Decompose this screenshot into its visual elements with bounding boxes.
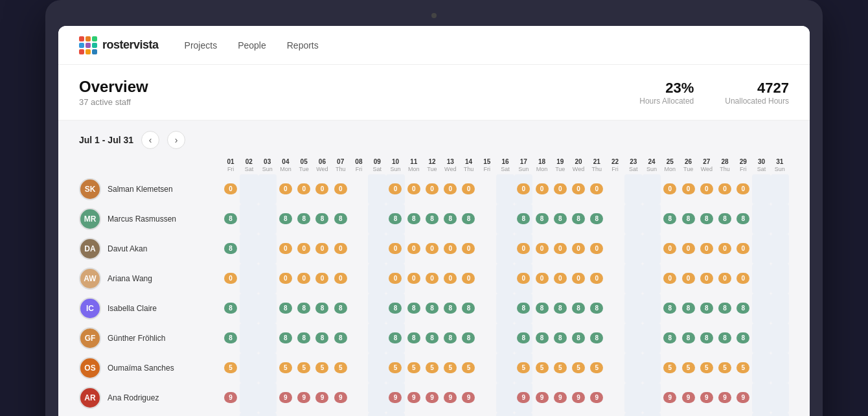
header-day-cell: 27 Wed [698, 157, 716, 174]
day-cell [643, 353, 661, 383]
person-name: Salman Klemetsen [108, 185, 173, 194]
day-cell: 0 [423, 234, 441, 264]
hour-badge: 8 [224, 213, 237, 224]
day-name: Tue [295, 166, 313, 173]
day-cell [258, 294, 277, 323]
day-cell: 0 [313, 264, 331, 294]
hour-badge: 8 [663, 332, 676, 343]
hour-badge: 5 [700, 362, 713, 373]
day-cell [624, 294, 643, 323]
day-cell: 0 [313, 174, 331, 204]
hour-badge: 8 [572, 332, 585, 343]
day-name: Thu [716, 166, 734, 173]
nav-projects[interactable]: Projects [185, 38, 218, 53]
avatar: OS [79, 357, 101, 379]
day-cell: 8 [716, 413, 734, 416]
hour-badge: 0 [334, 273, 347, 284]
day-cell: 0 [313, 234, 331, 264]
day-cell [752, 264, 770, 294]
day-cell: 5 [313, 353, 331, 383]
day-cell: 0 [423, 174, 441, 204]
day-cell: 8 [459, 204, 477, 234]
day-cell [752, 353, 770, 383]
day-cell: 0 [332, 264, 350, 294]
day-cell: 5 [532, 353, 551, 383]
header-day-cell: 23 Sat [624, 157, 643, 174]
hour-badge: 5 [224, 362, 237, 373]
day-cell: 8 [423, 294, 441, 323]
next-arrow[interactable]: › [167, 131, 185, 149]
day-cell [258, 413, 277, 416]
day-cell [368, 294, 386, 323]
day-cell: 0 [698, 234, 716, 264]
day-cell [350, 413, 368, 416]
hour-badge: 9 [297, 392, 310, 403]
person-name: Günther Fröhlich [108, 334, 165, 343]
hour-badge: 0 [572, 243, 585, 254]
day-cell: 9 [716, 383, 734, 413]
day-cell [643, 383, 661, 413]
brand-dot [79, 36, 84, 41]
person-name: Davut Akan [108, 244, 147, 253]
hour-badge: 8 [663, 213, 676, 224]
day-cell [496, 294, 514, 323]
avatar: IC [79, 297, 101, 319]
day-num: 15 [478, 158, 496, 166]
hour-badge: 5 [315, 362, 328, 373]
nav-people[interactable]: People [238, 38, 266, 53]
brand: rostervista [79, 36, 159, 54]
hour-badge: 8 [700, 332, 713, 343]
day-cell: 0 [459, 234, 477, 264]
hour-badge: 8 [737, 332, 749, 343]
day-cell [752, 383, 770, 413]
day-cell: 8 [332, 294, 350, 323]
day-cell [350, 174, 368, 204]
stat-label-1: Unallocated Hours [725, 97, 789, 106]
hour-badge: 8 [315, 332, 328, 343]
prev-arrow[interactable]: ‹ [141, 131, 159, 149]
day-cell: 0 [459, 174, 477, 204]
day-cell: 8 [716, 323, 734, 353]
hour-badge: 0 [279, 183, 292, 194]
day-cell: 8 [734, 413, 752, 416]
day-cell [496, 264, 514, 294]
nav-reports[interactable]: Reports [287, 38, 319, 53]
day-cell: 8 [441, 204, 459, 234]
day-cell [752, 234, 770, 264]
day-cell [606, 234, 624, 264]
day-cell: 8 [277, 323, 295, 353]
day-cell [368, 323, 386, 353]
day-name: Wed [441, 166, 459, 173]
day-cell [496, 413, 514, 416]
day-cell: 8 [313, 294, 331, 323]
day-cell [606, 294, 624, 323]
hour-badge: 0 [389, 273, 402, 284]
hour-badge: 0 [444, 183, 457, 194]
avatar: SK [79, 178, 101, 200]
brand-dot [86, 43, 91, 48]
brand-name: rostervista [102, 38, 159, 52]
day-cell: 8 [569, 413, 588, 416]
overview-banner: Overview 37 active staff 23% Hours Alloc… [58, 65, 810, 121]
header-name-cell [79, 157, 222, 174]
hour-badge: 8 [444, 303, 457, 314]
day-cell: 8 [295, 204, 313, 234]
hour-badge: 8 [536, 303, 549, 314]
screen: rostervista Projects People Reports Over… [58, 26, 810, 416]
hour-badge: 0 [315, 273, 328, 284]
day-cell [771, 413, 789, 416]
avatar-initials: AW [80, 269, 100, 288]
hour-badge: 0 [462, 243, 475, 254]
day-cell: 0 [679, 174, 697, 204]
day-cell: 8 [734, 323, 752, 353]
day-name: Wed [698, 166, 716, 173]
day-cell: 0 [423, 264, 441, 294]
day-cell [368, 204, 386, 234]
hour-badge: 8 [279, 213, 292, 224]
day-cell: 9 [551, 383, 569, 413]
day-num: 22 [606, 158, 624, 166]
hour-badge: 0 [279, 243, 292, 254]
day-cell: 8 [313, 204, 331, 234]
header-day-cell: 11 Mon [405, 157, 423, 174]
day-cell: 8 [222, 204, 240, 234]
